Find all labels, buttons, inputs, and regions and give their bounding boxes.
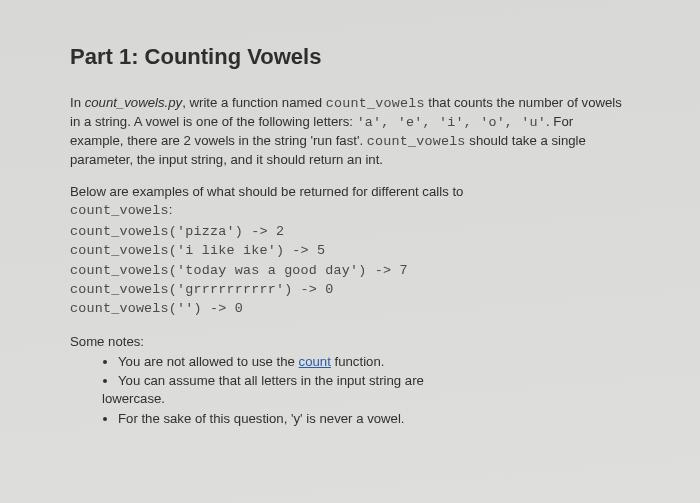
- code-identifier: count_vowels: [367, 134, 466, 149]
- text: function.: [331, 354, 385, 369]
- code-letters: 'a', 'e', 'i', 'o', 'u': [357, 115, 546, 130]
- text: :: [169, 202, 173, 217]
- notes-section: Some notes: You are not allowed to use t…: [70, 333, 630, 428]
- examples-intro: Below are examples of what should be ret…: [70, 183, 630, 220]
- list-item: You are not allowed to use the count fun…: [118, 353, 630, 371]
- notes-heading: Some notes:: [70, 333, 630, 351]
- list-item: For the sake of this question, 'y' is ne…: [118, 410, 630, 428]
- text: In: [70, 95, 85, 110]
- count-link[interactable]: count: [299, 354, 331, 369]
- text: For the sake of this question, 'y' is ne…: [118, 411, 405, 426]
- code-identifier: count_vowels: [326, 96, 425, 111]
- intro-paragraph: In count_vowels.py, write a function nam…: [70, 94, 630, 169]
- notes-list: For the sake of this question, 'y' is ne…: [70, 410, 630, 428]
- code-examples: count_vowels('pizza') -> 2 count_vowels(…: [70, 222, 630, 319]
- list-item-continuation: lowercase.: [102, 390, 630, 408]
- text: , write a function named: [182, 95, 326, 110]
- content-area: Part 1: Counting Vowels In count_vowels.…: [22, 18, 678, 481]
- notes-list: You are not allowed to use the count fun…: [70, 353, 630, 390]
- filename: count_vowels.py: [85, 95, 183, 110]
- page-title: Part 1: Counting Vowels: [70, 42, 630, 72]
- text: Below are examples of what should be ret…: [70, 184, 463, 199]
- document-page: Part 1: Counting Vowels In count_vowels.…: [0, 0, 700, 503]
- code-identifier: count_vowels: [70, 203, 169, 218]
- text: You are not allowed to use the: [118, 354, 299, 369]
- list-item: You can assume that all letters in the i…: [118, 372, 630, 390]
- text: You can assume that all letters in the i…: [118, 373, 424, 388]
